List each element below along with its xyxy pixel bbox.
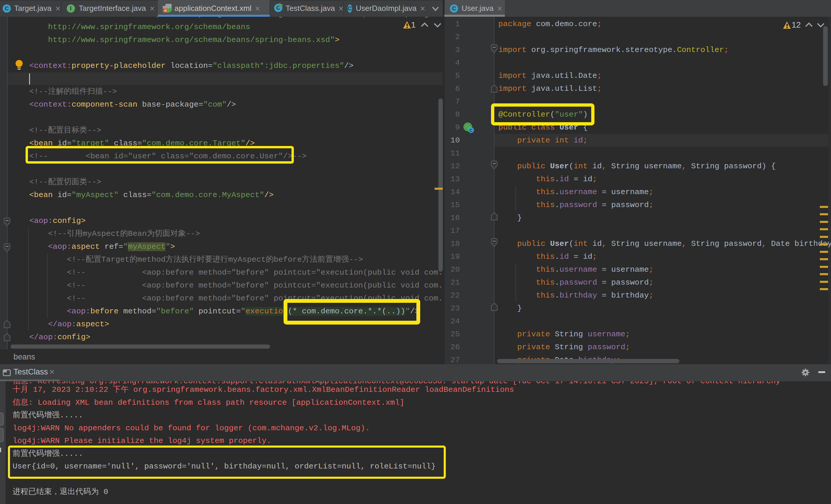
- svg-text:C: C: [469, 128, 473, 133]
